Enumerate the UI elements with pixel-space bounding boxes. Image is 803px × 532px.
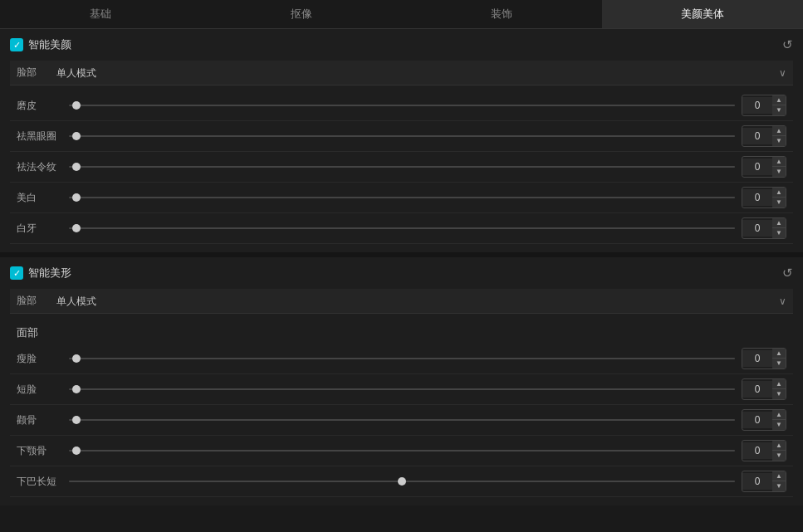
- slider-track-mopi[interactable]: [69, 97, 735, 114]
- beauty-shape-section: ✓ 智能美形 ↺ 脸部 单人模式 ∨ 面部 瘦脸 ▲ ▼ 短脸: [0, 257, 803, 505]
- spinner-down-quangu[interactable]: ▼: [772, 420, 786, 430]
- beauty-shape-dropdown-arrow: ∨: [779, 295, 786, 307]
- spinner-up-xiagu[interactable]: ▲: [772, 441, 786, 451]
- slider-track-duanlian[interactable]: [69, 381, 735, 398]
- slider-value-mopi[interactable]: [742, 97, 772, 114]
- slider-track-bg-mopi: [69, 105, 735, 106]
- slider-value-quangu[interactable]: [742, 412, 772, 428]
- slider-value-xiaba[interactable]: [742, 473, 772, 490]
- check-icon: ✓: [13, 40, 21, 51]
- spinner-up-faling[interactable]: ▲: [772, 157, 786, 167]
- beauty-shape-dropdown-label: 脸部: [17, 294, 50, 308]
- beauty-shape-mode-select[interactable]: 单人模式: [50, 295, 779, 307]
- slider-label-meibai: 美白: [17, 191, 62, 205]
- tab-basics[interactable]: 基础: [0, 0, 201, 28]
- spinner-up-duanlian[interactable]: ▲: [772, 379, 786, 389]
- slider-value-xiagu[interactable]: [742, 442, 772, 459]
- slider-track-xiagu[interactable]: [69, 442, 735, 459]
- spinner-down-xiaba[interactable]: ▼: [772, 481, 786, 491]
- sub-section-face: 面部: [10, 319, 793, 344]
- slider-row-meibai: 美白 ▲ ▼: [10, 183, 793, 213]
- slider-row-shoulian: 瘦脸 ▲ ▼: [10, 344, 793, 374]
- spinner-up-shoulian[interactable]: ▲: [772, 349, 786, 359]
- check-icon-shape: ✓: [13, 268, 21, 279]
- spinner-up-mopi[interactable]: ▲: [772, 95, 786, 105]
- beauty-face-dropdown-label: 脸部: [17, 66, 50, 80]
- slider-track-bg-meibai: [69, 197, 735, 198]
- spinner-down-xiagu[interactable]: ▼: [772, 451, 786, 461]
- beauty-face-checkbox[interactable]: ✓: [10, 38, 23, 51]
- slider-label-shoulian: 瘦脸: [17, 352, 62, 366]
- slider-value-container-xiaba: ▲ ▼: [742, 471, 786, 492]
- slider-track-bg-shoulian: [69, 358, 735, 359]
- slider-row-faling: 祛法令纹 ▲ ▼: [10, 152, 793, 183]
- spinner-duanlian: ▲ ▼: [772, 379, 786, 399]
- spinner-down-meibai[interactable]: ▼: [772, 198, 786, 207]
- slider-track-meibai[interactable]: [69, 189, 735, 206]
- slider-track-heiyan[interactable]: [69, 128, 735, 144]
- slider-thumb-mopi: [72, 101, 81, 110]
- slider-row-heiyan: 祛黑眼圈 ▲ ▼: [10, 121, 793, 152]
- slider-value-shoulian[interactable]: [742, 350, 772, 367]
- spinner-heiyan: ▲ ▼: [772, 126, 786, 146]
- tab-bar: 基础 抠像 装饰 美颜美体: [0, 0, 803, 29]
- slider-value-duanlian[interactable]: [742, 381, 772, 398]
- slider-thumb-duanlian: [72, 385, 81, 393]
- tab-beauty[interactable]: 美颜美体: [602, 0, 803, 28]
- slider-track-shoulian[interactable]: [69, 350, 735, 367]
- spinner-meibai: ▲ ▼: [772, 188, 786, 207]
- slider-thumb-baiya: [72, 224, 81, 232]
- slider-value-meibai[interactable]: [742, 189, 772, 206]
- spinner-down-faling[interactable]: ▼: [772, 167, 786, 177]
- spinner-down-duanlian[interactable]: ▼: [772, 389, 786, 399]
- slider-value-container-shoulian: ▲ ▼: [742, 348, 786, 369]
- slider-row-xiaba: 下巴长短 ▲ ▼: [10, 466, 793, 497]
- slider-value-faling[interactable]: [742, 159, 772, 175]
- beauty-shape-title: 智能美形: [28, 266, 71, 281]
- slider-track-bg-baiya: [69, 227, 735, 229]
- slider-track-quangu[interactable]: [69, 412, 735, 428]
- spinner-down-heiyan[interactable]: ▼: [772, 136, 786, 146]
- slider-thumb-heiyan: [72, 132, 81, 140]
- beauty-shape-reset-icon[interactable]: ↺: [782, 266, 793, 281]
- slider-label-duanlian: 短脸: [17, 383, 62, 397]
- slider-value-container-baiya: ▲ ▼: [742, 217, 786, 239]
- slider-label-mopi: 磨皮: [17, 99, 62, 113]
- beauty-face-reset-icon[interactable]: ↺: [782, 37, 793, 52]
- slider-row-baiya: 白牙 ▲ ▼: [10, 213, 793, 244]
- beauty-shape-dropdown-row: 脸部 单人模式 ∨: [10, 289, 793, 314]
- slider-value-container-duanlian: ▲ ▼: [742, 378, 786, 400]
- slider-value-heiyan[interactable]: [742, 128, 772, 144]
- slider-value-container-faling: ▲ ▼: [742, 156, 786, 178]
- spinner-down-mopi[interactable]: ▼: [772, 105, 786, 115]
- slider-row-quangu: 颧骨 ▲ ▼: [10, 405, 793, 436]
- spinner-up-quangu[interactable]: ▲: [772, 410, 786, 420]
- spinner-up-meibai[interactable]: ▲: [772, 188, 786, 198]
- slider-track-baiya[interactable]: [69, 220, 735, 237]
- slider-label-quangu: 颧骨: [17, 413, 62, 427]
- slider-label-baiya: 白牙: [17, 222, 62, 236]
- spinner-shoulian: ▲ ▼: [772, 349, 786, 368]
- spinner-up-xiaba[interactable]: ▲: [772, 471, 786, 481]
- slider-value-baiya[interactable]: [742, 220, 772, 237]
- slider-track-bg-faling: [69, 166, 735, 168]
- slider-track-faling[interactable]: [69, 159, 735, 175]
- spinner-up-heiyan[interactable]: ▲: [772, 126, 786, 136]
- spinner-xiagu: ▲ ▼: [772, 441, 786, 461]
- beauty-face-mode-select[interactable]: 单人模式: [50, 67, 779, 79]
- spinner-down-shoulian[interactable]: ▼: [772, 359, 786, 368]
- spinner-down-baiya[interactable]: ▼: [772, 228, 786, 238]
- slider-thumb-meibai: [72, 193, 81, 202]
- slider-value-container-quangu: ▲ ▼: [742, 409, 786, 431]
- spinner-baiya: ▲ ▼: [772, 218, 786, 238]
- slider-track-xiaba[interactable]: [69, 473, 735, 490]
- slider-row-xiagu: 下颚骨 ▲ ▼: [10, 436, 793, 466]
- slider-track-bg-xiaba: [69, 481, 735, 482]
- beauty-shape-checkbox[interactable]: ✓: [10, 266, 23, 280]
- slider-track-bg-xiagu: [69, 450, 735, 451]
- beauty-face-dropdown-arrow: ∨: [779, 67, 786, 79]
- slider-row-mopi: 磨皮 ▲ ▼: [10, 90, 793, 121]
- tab-decoration[interactable]: 装饰: [402, 0, 603, 28]
- spinner-up-baiya[interactable]: ▲: [772, 218, 786, 228]
- tab-keying[interactable]: 抠像: [201, 0, 402, 28]
